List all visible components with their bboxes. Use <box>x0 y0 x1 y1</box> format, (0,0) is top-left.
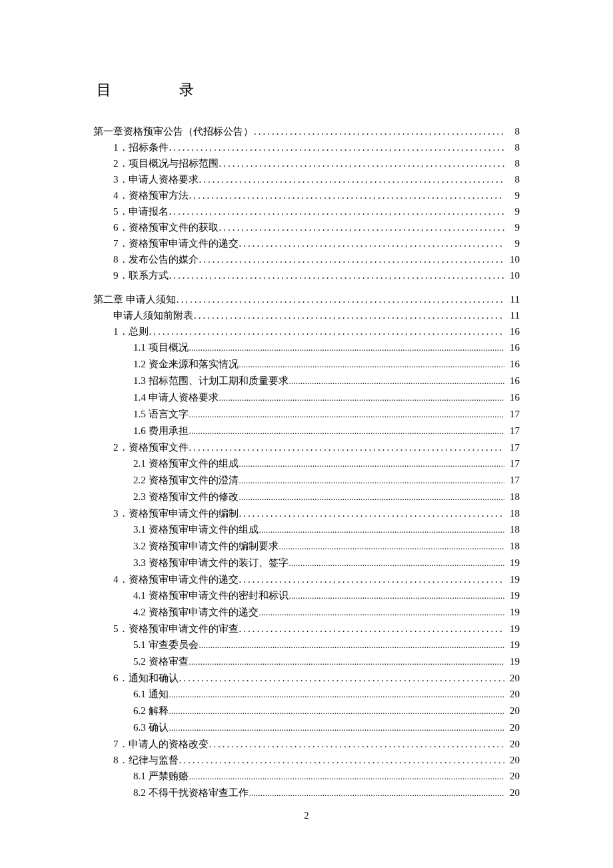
toc-entry-page: 18 <box>505 489 520 505</box>
toc-entry-label: 8．发布公告的媒介 <box>113 251 199 267</box>
toc-entry-page: 16 <box>505 356 520 372</box>
toc-entry-page: 20 <box>505 736 520 752</box>
toc-entry[interactable]: 4．资格预审方法9 <box>113 187 520 203</box>
page: 目 录 第一章资格预审公告（代招标公告）81．招标条件82．项目概况与招标范围8… <box>0 0 613 868</box>
toc-entry-page: 20 <box>505 686 520 702</box>
toc-entry[interactable]: 7．资格预审申请文件的递交9 <box>113 235 520 251</box>
toc-entry[interactable]: 2.3 资格预审文件的修改18 <box>133 489 520 505</box>
toc-entry[interactable]: 1.1 项目概况16 <box>133 339 520 356</box>
toc-entry[interactable]: 1.4 申请人资格要求16 <box>133 389 520 406</box>
toc-entry-label: 4．资格预审方法 <box>113 187 189 203</box>
toc-entry[interactable]: 6．资格预审文件的获取9 <box>113 219 520 235</box>
toc-entry[interactable]: 1．招标条件8 <box>113 139 520 155</box>
toc-entry[interactable]: 8.2 不得干扰资格审查工作20 <box>133 785 520 801</box>
toc-entry-label: 1.2 资金来源和落实情况 <box>133 356 239 372</box>
toc-entry[interactable]: 5．资格预审申请文件的审查19 <box>113 621 520 637</box>
toc-leader <box>169 686 505 703</box>
toc-entry[interactable]: 申请人须知前附表11 <box>113 307 520 323</box>
toc-entry[interactable]: 5.2 资格审查19 <box>133 653 520 670</box>
toc-entry[interactable]: 1.2 资金来源和落实情况16 <box>133 356 520 373</box>
toc-entry[interactable]: 第一章资格预审公告（代招标公告）8 <box>93 123 520 139</box>
toc-entry[interactable]: 1.6 费用承担17 <box>133 423 520 439</box>
toc-entry[interactable]: 5．申请报名9 <box>113 203 520 219</box>
toc-leader <box>209 736 505 752</box>
toc-entry[interactable]: 8.1 严禁贿赂20 <box>133 768 520 785</box>
toc-title: 目 录 <box>97 80 520 100</box>
toc-entry[interactable]: 7．申请人的资格改变20 <box>113 736 520 752</box>
toc-entry[interactable]: 1.5 语言文字17 <box>133 406 520 423</box>
toc-entry-label: 2．资格预审文件 <box>113 439 189 455</box>
toc-entry[interactable]: 3．资格预审申请文件的编制18 <box>113 505 520 521</box>
toc-leader <box>254 123 504 139</box>
toc-leader <box>169 139 505 155</box>
toc-entry-page: 9 <box>505 219 520 235</box>
toc-entry[interactable]: 2．项目概况与招标范围8 <box>113 155 520 171</box>
toc-entry-page: 18 <box>505 505 520 521</box>
toc-entry[interactable]: 4.2 资格预审申请文件的递交19 <box>133 604 520 621</box>
toc-entry[interactable]: 1．总则16 <box>113 323 520 339</box>
toc-entry-label: 8．纪律与监督 <box>113 752 179 768</box>
toc-entry[interactable]: 2.1 资格预审文件的组成17 <box>133 455 520 472</box>
toc-entry-page: 8 <box>505 123 520 139</box>
toc-leader <box>189 439 505 455</box>
toc-entry-label: 6.2 解释 <box>133 703 169 719</box>
toc-entry-page: 20 <box>505 752 520 768</box>
toc-entry-page: 19 <box>505 637 520 653</box>
toc-entry[interactable]: 2.2 资格预审文件的澄清17 <box>133 472 520 489</box>
toc-leader <box>239 455 505 472</box>
toc-entry-page: 8 <box>505 171 520 187</box>
toc-entry-label: 5．资格预审申请文件的审查 <box>113 621 239 637</box>
toc-leader <box>289 555 505 571</box>
toc-leader <box>169 719 505 736</box>
toc-entry[interactable]: 2．资格预审文件17 <box>113 439 520 455</box>
toc-leader <box>194 307 504 323</box>
toc-leader <box>219 219 505 235</box>
toc-leader <box>169 267 505 283</box>
toc-entry-page: 10 <box>505 251 520 267</box>
toc-entry[interactable]: 3.3 资格预审申请文件的装订、签字19 <box>133 555 520 571</box>
toc-entry-page: 10 <box>505 267 520 283</box>
toc-entry[interactable]: 3.2 资格预审申请文件的编制要求18 <box>133 538 520 555</box>
toc-leader <box>189 339 505 356</box>
toc-leader <box>239 472 505 489</box>
toc-entry[interactable]: 6.1 通知20 <box>133 686 520 703</box>
toc-leader <box>149 323 505 339</box>
toc-entry-label: 4.2 资格预审申请文件的递交 <box>133 604 259 620</box>
toc-entry-label: 2.1 资格预审文件的组成 <box>133 455 239 471</box>
toc-entry[interactable]: 6．通知和确认20 <box>113 670 520 686</box>
toc-entry-label: 1.1 项目概况 <box>133 339 189 355</box>
toc-gap <box>93 283 520 291</box>
toc-entry[interactable]: 4.1 资格预审申请文件的密封和标识19 <box>133 587 520 604</box>
toc-leader <box>219 155 505 171</box>
toc-leader <box>259 521 505 538</box>
toc-entry-page: 20 <box>505 703 520 719</box>
toc-entry-page: 19 <box>505 587 520 603</box>
toc-entry-label: 4.1 资格预审申请文件的密封和标识 <box>133 587 289 603</box>
toc-leader <box>189 423 505 439</box>
toc-entry[interactable]: 8．纪律与监督20 <box>113 752 520 768</box>
toc-entry[interactable]: 8．发布公告的媒介10 <box>113 251 520 267</box>
toc-leader <box>189 406 505 423</box>
toc-entry-page: 19 <box>505 555 520 571</box>
toc-leader <box>249 785 505 801</box>
toc-entry-label: 5.2 资格审查 <box>133 653 189 669</box>
toc-entry[interactable]: 4．资格预审申请文件的递交19 <box>113 571 520 587</box>
toc-leader <box>189 187 505 203</box>
toc-entry-label: 3.3 资格预审申请文件的装订、签字 <box>133 555 289 571</box>
toc-entry-label: 2.3 资格预审文件的修改 <box>133 489 239 505</box>
toc-entry[interactable]: 3.1 资格预审申请文件的组成18 <box>133 521 520 538</box>
toc-entry[interactable]: 1.3 招标范围、计划工期和质量要求16 <box>133 373 520 389</box>
toc-entry[interactable]: 3．申请人资格要求8 <box>113 171 520 187</box>
toc-entry[interactable]: 第二章 申请人须知11 <box>93 291 520 307</box>
toc-entry[interactable]: 5.1 审查委员会19 <box>133 637 520 653</box>
toc-entry[interactable]: 6.3 确认20 <box>133 719 520 736</box>
toc-leader <box>199 251 505 267</box>
toc-entry-page: 17 <box>505 472 520 488</box>
toc-entry[interactable]: 6.2 解释20 <box>133 703 520 719</box>
toc-entry[interactable]: 9．联系方式10 <box>113 267 520 283</box>
toc-entry-label: 1.4 申请人资格要求 <box>133 389 219 405</box>
toc-leader <box>239 489 505 505</box>
toc-entry-page: 19 <box>505 604 520 620</box>
toc-entry-label: 6．通知和确认 <box>113 670 179 686</box>
toc-entry-page: 20 <box>505 670 520 686</box>
